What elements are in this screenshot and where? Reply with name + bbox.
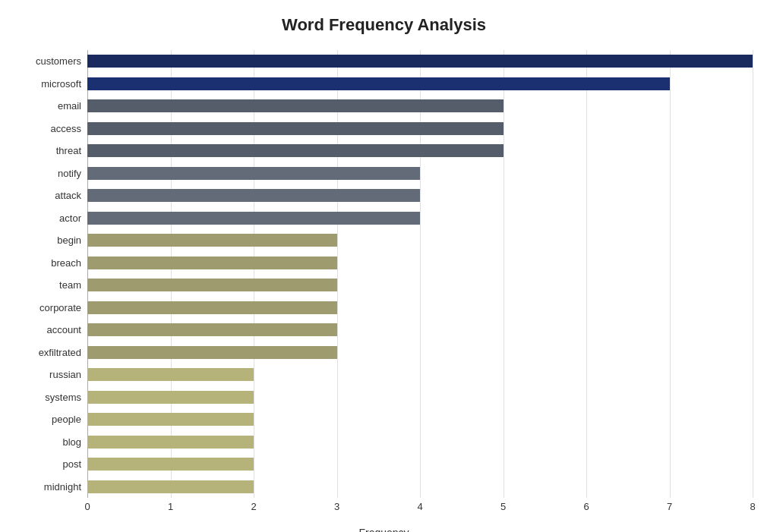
- bar: [87, 436, 254, 449]
- bar-row: [87, 274, 753, 297]
- bar-row: [87, 453, 753, 476]
- x-tick: 3: [334, 501, 339, 512]
- x-axis-area: 012345678: [87, 498, 753, 521]
- y-label: threat: [56, 140, 81, 162]
- bar: [87, 257, 337, 269]
- bar: [87, 55, 753, 68]
- bar-row: [87, 95, 753, 118]
- x-tick: 6: [583, 501, 589, 512]
- chart-area: customersmicrosoftemailaccessthreatnotif…: [15, 50, 753, 498]
- y-label: microsoft: [41, 73, 81, 96]
- y-label: actor: [59, 207, 81, 230]
- x-tick: 7: [667, 501, 672, 512]
- bar: [87, 144, 504, 157]
- bar-row: [87, 184, 753, 207]
- y-label: customers: [36, 50, 81, 73]
- bar: [87, 368, 254, 381]
- bar: [87, 346, 337, 359]
- bar: [87, 323, 337, 336]
- y-label: russian: [49, 364, 81, 386]
- bar-row: [87, 319, 753, 342]
- y-label: email: [58, 95, 81, 118]
- bar-row: [87, 73, 753, 96]
- y-label: systems: [45, 386, 81, 409]
- bar: [87, 279, 337, 291]
- y-axis: customersmicrosoftemailaccessthreatnotif…: [15, 50, 87, 498]
- bar-row: [87, 140, 753, 162]
- plot-area: [87, 50, 753, 498]
- bar-row: [87, 207, 753, 230]
- bar-row: [87, 431, 753, 454]
- grid-line: [753, 50, 753, 498]
- y-label: access: [51, 118, 81, 140]
- bar-row: [87, 229, 753, 252]
- y-label: team: [59, 274, 81, 297]
- bar-row: [87, 162, 753, 185]
- bar: [87, 99, 504, 112]
- bar-row: [87, 386, 753, 409]
- y-label: corporate: [39, 297, 81, 320]
- chart-container: Word Frequency Analysis customersmicroso…: [0, 0, 783, 532]
- bar-row: [87, 476, 753, 499]
- y-label: begin: [57, 229, 81, 252]
- x-tick: 8: [750, 501, 755, 512]
- y-label: attack: [55, 184, 81, 207]
- bar-row: [87, 50, 753, 73]
- y-label: post: [62, 453, 81, 476]
- x-tick: 4: [417, 501, 422, 512]
- bar: [87, 122, 504, 135]
- y-label: blog: [62, 431, 81, 454]
- bar: [87, 189, 420, 202]
- y-label: exfiltrated: [39, 342, 81, 364]
- bar: [87, 77, 670, 90]
- bar: [87, 480, 254, 493]
- y-label: account: [46, 319, 81, 342]
- bar-row: [87, 297, 753, 320]
- bar: [87, 301, 337, 314]
- bar-row: [87, 364, 753, 386]
- y-label: midnight: [44, 476, 81, 499]
- bars-wrapper: [87, 50, 753, 498]
- x-axis-label: Frequency: [15, 527, 753, 532]
- bar-row: [87, 408, 753, 431]
- x-tick: 2: [251, 501, 256, 512]
- x-tick: 0: [84, 501, 90, 512]
- x-tick: 1: [168, 501, 173, 512]
- bar-row: [87, 342, 753, 364]
- bar-row: [87, 118, 753, 140]
- bar-row: [87, 252, 753, 275]
- bar: [87, 458, 254, 471]
- bar: [87, 167, 420, 180]
- bar: [87, 413, 254, 426]
- x-tick: 5: [500, 501, 506, 512]
- y-label: breach: [51, 252, 81, 275]
- bar: [87, 391, 254, 404]
- chart-title: Word Frequency Analysis: [15, 15, 753, 35]
- y-label: notify: [58, 162, 81, 185]
- bar: [87, 234, 337, 247]
- y-label: people: [52, 408, 81, 431]
- bar: [87, 212, 420, 225]
